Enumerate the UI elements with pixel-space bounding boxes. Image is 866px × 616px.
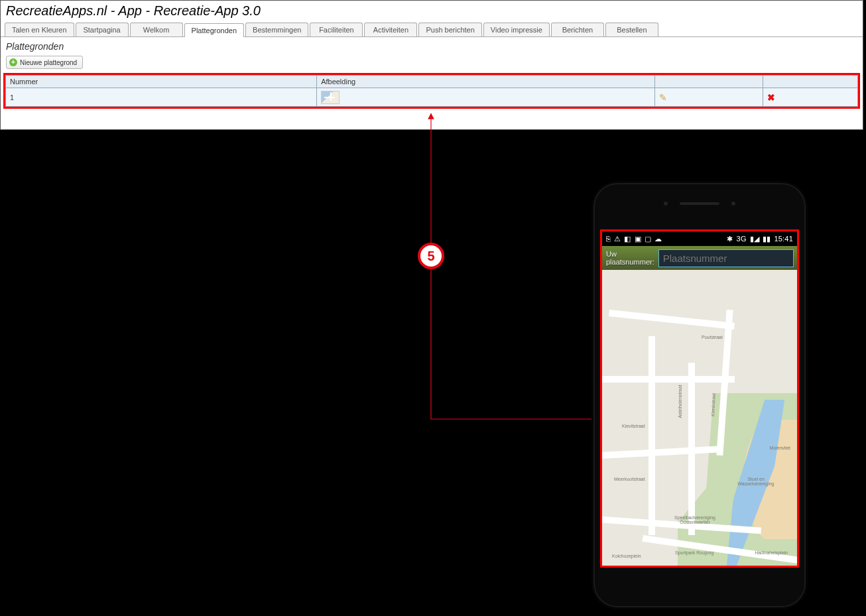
cell-delete[interactable]: ✖ (763, 88, 858, 107)
map-label: Klenkstraat (710, 393, 715, 416)
map-canvas[interactable]: Puutstraat Kievitstraat Astelholenstraat… (602, 270, 797, 566)
map-label: Stoel en Wasselvereniging (736, 477, 776, 486)
map-label: Astelholenstraat (678, 385, 682, 418)
search-band: Uw plaatsnummer: (602, 246, 797, 270)
bluetooth-icon: ✱ (727, 235, 733, 243)
warning-icon: ⚠ (614, 235, 621, 243)
tab-welkom[interactable]: Welkom (130, 23, 183, 36)
map-label: Molenvliet (769, 446, 790, 450)
map-label: Speelbadvereniging Oosterkwartier (668, 515, 721, 524)
th-delete (763, 76, 858, 88)
app-icon-1: ◧ (624, 235, 631, 243)
table-row: 1 ✎ ✖ (6, 88, 858, 107)
map-road (609, 310, 735, 330)
delete-icon: ✖ (767, 92, 775, 103)
map-road (688, 363, 695, 535)
map-label: Meerkootstraat (614, 477, 645, 481)
network-3g-label: 3G (737, 235, 747, 243)
tab-bestellen[interactable]: Bestellen (605, 23, 658, 36)
sync-icon: ☁ (654, 235, 662, 243)
cell-edit[interactable]: ✎ (655, 88, 763, 107)
tab-push-berichten[interactable]: Push berichten (418, 23, 481, 36)
tab-activiteiten[interactable]: Activiteiten (364, 23, 417, 36)
new-plattegrond-label: Nieuwe plattegrond (20, 59, 77, 66)
plattegronden-table: Nummer Afbeelding 1 ✎ ✖ (5, 75, 858, 107)
phone-screen: ⎘ ⚠ ◧ ▣ ▢ ☁ ✱ 3G ▮◢ ▮▮ 15:41 Uw plaatsnu… (600, 229, 799, 568)
new-plattegrond-button[interactable]: + Nieuwe plattegrond (6, 56, 83, 69)
callout-badge-5: 5 (418, 243, 444, 269)
map-label: Hadinaheisplein (755, 550, 788, 555)
th-nummer: Nummer (6, 76, 317, 88)
phone-mockup: ⎘ ⚠ ◧ ▣ ▢ ☁ ✱ 3G ▮◢ ▮▮ 15:41 Uw plaatsnu… (593, 183, 806, 607)
status-right: ✱ 3G ▮◢ ▮▮ 15:41 (727, 235, 793, 243)
map-thumbnail-icon (321, 91, 340, 104)
phone-sensors (664, 202, 735, 206)
cell-afbeelding (317, 88, 655, 107)
map-road (602, 376, 735, 383)
page-title: RecreatieApps.nl - App - Recreatie-App 3… (1, 1, 863, 23)
app-icon-2: ▣ (635, 235, 641, 243)
status-left: ⎘ ⚠ ◧ ▣ ▢ ☁ (606, 235, 662, 243)
battery-icon: ▮▮ (763, 235, 771, 243)
tab-faciliteiten[interactable]: Faciliteiten (310, 23, 363, 36)
tab-talen-en-kleuren[interactable]: Talen en Kleuren (5, 23, 74, 36)
tab-plattegronden[interactable]: Plattegronden (184, 23, 245, 37)
admin-panel: RecreatieApps.nl - App - Recreatie-App 3… (0, 0, 863, 130)
tabs: Talen en KleurenStartpaginaWelkomPlatteg… (1, 23, 863, 37)
app-icon-3: ▢ (645, 235, 651, 243)
map-road (602, 446, 721, 458)
tab-video-impressie[interactable]: Video impressie (483, 23, 550, 36)
cell-nummer: 1 (6, 88, 317, 107)
plattegronden-table-highlight: Nummer Afbeelding 1 ✎ ✖ (3, 73, 860, 109)
pencil-icon: ✎ (659, 92, 667, 103)
plaatsnummer-label: Uw plaatsnummer: (606, 250, 654, 266)
tab-berichten[interactable]: Berichten (551, 23, 604, 36)
section-title: Plattegronden (1, 37, 863, 53)
map-label: Kievitstraat (622, 424, 645, 428)
clock: 15:41 (774, 235, 793, 243)
map-label: Sportpark Roojong (675, 550, 713, 555)
tab-bestemmingen[interactable]: Bestemmingen (245, 23, 308, 36)
map-road (649, 336, 655, 535)
plaatsnummer-input[interactable] (658, 249, 794, 267)
plus-icon: + (9, 58, 17, 66)
map-label: Puutstraat (702, 335, 723, 339)
th-edit (655, 76, 763, 88)
signal-icon: ▮◢ (750, 235, 759, 243)
th-afbeelding: Afbeelding (317, 76, 655, 88)
status-bar: ⎘ ⚠ ◧ ▣ ▢ ☁ ✱ 3G ▮◢ ▮▮ 15:41 (602, 231, 797, 246)
tab-startpagina[interactable]: Startpagina (76, 23, 129, 36)
map-label: Kolchozeplein (612, 554, 641, 558)
usb-icon: ⎘ (606, 235, 611, 243)
